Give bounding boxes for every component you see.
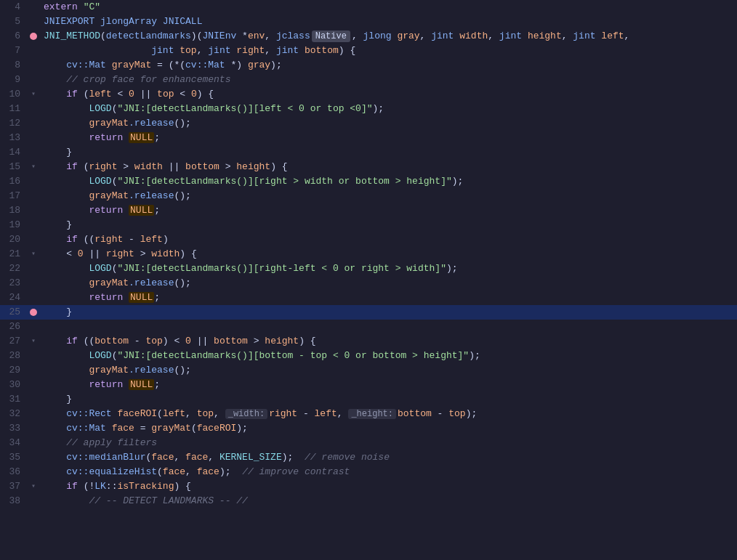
line-number: 21 <box>0 247 26 261</box>
line-code: cv::Rect faceROI(left, top, _width:right… <box>41 407 737 421</box>
code-line: 13 return NULL; <box>0 131 737 145</box>
code-line: 10▾ if (left < 0 || top < 0) { <box>0 87 737 102</box>
code-line: 31 } <box>0 392 737 407</box>
line-code: if (!LK::isTracking) { <box>41 479 737 494</box>
line-number: 15 <box>0 160 26 174</box>
line-code: cv::equalizeHist(face, face); // improve… <box>41 465 737 479</box>
code-line: 4extern "C" <box>0 0 737 15</box>
code-line: 20 if ((right - left) <box>0 232 737 247</box>
line-number: 29 <box>0 363 26 378</box>
line-code: JNI_METHOD(detectLandmarks)(JNIEnv *env,… <box>41 29 737 44</box>
line-gutter <box>26 309 41 316</box>
line-code: cv::Mat grayMat = (*(cv::Mat *) gray); <box>41 58 737 73</box>
line-number: 27 <box>0 334 26 349</box>
line-number: 19 <box>0 218 26 232</box>
line-number: 5 <box>0 15 26 29</box>
code-line: 25 } <box>0 305 737 320</box>
code-line: 22 LOGD("JNI:[detectLandmarks()][right-l… <box>0 261 737 276</box>
line-code: grayMat.release(); <box>41 116 737 131</box>
line-code: } <box>41 392 737 407</box>
line-code: cv::Mat face = grayMat(faceROI); <box>41 421 737 436</box>
line-code: return NULL; <box>41 378 737 392</box>
line-gutter <box>26 33 41 40</box>
code-line: 21▾ < 0 || right > width) { <box>0 247 737 261</box>
line-code: if ((right - left) <box>41 232 737 247</box>
code-line: 5JNIEXPORT jlongArray JNICALL <box>0 15 737 29</box>
code-line: 27▾ if ((bottom - top) < 0 || bottom > h… <box>0 334 737 349</box>
line-number: 36 <box>0 465 26 479</box>
line-code: } <box>41 145 737 160</box>
line-number: 18 <box>0 203 26 218</box>
editor-container: 4extern "C"5JNIEXPORT jlongArray JNICALL… <box>0 0 737 560</box>
code-line: 11 LOGD("JNI:[detectLandmarks()][left < … <box>0 102 737 116</box>
code-line: 29 grayMat.release(); <box>0 363 737 378</box>
code-line: 35 cv::medianBlur(face, face, KERNEL_SIZ… <box>0 450 737 465</box>
line-code: // -- DETECT LANDMARKS -- // <box>41 494 737 508</box>
line-code: grayMat.release(); <box>41 189 737 203</box>
line-code: grayMat.release(); <box>41 363 737 378</box>
line-code: } <box>41 305 737 320</box>
line-number: 4 <box>0 0 26 15</box>
line-number: 25 <box>0 305 26 320</box>
line-code: if (right > width || bottom > height) { <box>41 160 737 174</box>
line-number: 28 <box>0 349 26 363</box>
line-code: jint top, jint right, jint bottom) { <box>41 44 737 58</box>
line-number: 35 <box>0 450 26 465</box>
line-number: 23 <box>0 276 26 291</box>
code-line: 24 return NULL; <box>0 291 737 305</box>
code-line: 12 grayMat.release(); <box>0 116 737 131</box>
line-gutter: ▾ <box>26 479 41 494</box>
code-line: 18 return NULL; <box>0 203 737 218</box>
line-code: if (left < 0 || top < 0) { <box>41 87 737 102</box>
line-number: 32 <box>0 407 26 421</box>
line-gutter: ▾ <box>26 334 41 349</box>
line-gutter: ▾ <box>26 87 41 102</box>
code-line: 14 } <box>0 145 737 160</box>
line-code: LOGD("JNI:[detectLandmarks()][left < 0 o… <box>41 102 737 116</box>
line-code: cv::medianBlur(face, face, KERNEL_SIZE);… <box>41 450 737 465</box>
line-number: 12 <box>0 116 26 131</box>
code-line: 16 LOGD("JNI:[detectLandmarks()][right >… <box>0 174 737 189</box>
line-number: 10 <box>0 87 26 102</box>
code-line: 17 grayMat.release(); <box>0 189 737 203</box>
code-line: 34 // apply filters <box>0 436 737 450</box>
code-line: 23 grayMat.release(); <box>0 276 737 291</box>
line-gutter: ▾ <box>26 247 41 261</box>
line-code: grayMat.release(); <box>41 276 737 291</box>
line-code: extern "C" <box>41 0 737 15</box>
code-line: 33 cv::Mat face = grayMat(faceROI); <box>0 421 737 436</box>
line-number: 33 <box>0 421 26 436</box>
line-number: 8 <box>0 58 26 73</box>
code-line: 28 LOGD("JNI:[detectLandmarks()][bottom … <box>0 349 737 363</box>
line-number: 11 <box>0 102 26 116</box>
code-line: 9 // crop face for enhancements <box>0 73 737 87</box>
code-line: 30 return NULL; <box>0 378 737 392</box>
line-code: JNIEXPORT jlongArray JNICALL <box>41 15 737 29</box>
line-number: 24 <box>0 291 26 305</box>
line-gutter: ▾ <box>26 160 41 174</box>
line-number: 34 <box>0 436 26 450</box>
line-number: 6 <box>0 29 26 44</box>
line-number: 31 <box>0 392 26 407</box>
line-code: // apply filters <box>41 436 737 450</box>
line-number: 13 <box>0 131 26 145</box>
code-line: 36 cv::equalizeHist(face, face); // impr… <box>0 465 737 479</box>
code-line: 26 <box>0 320 737 334</box>
line-number: 16 <box>0 174 26 189</box>
code-line: 7 jint top, jint right, jint bottom) { <box>0 44 737 58</box>
line-code: } <box>41 218 737 232</box>
line-number: 22 <box>0 261 26 276</box>
line-number: 14 <box>0 145 26 160</box>
line-code: LOGD("JNI:[detectLandmarks()][bottom - t… <box>41 349 737 363</box>
line-code: LOGD("JNI:[detectLandmarks()][right-left… <box>41 261 737 276</box>
code-line: 32 cv::Rect faceROI(left, top, _width:ri… <box>0 407 737 421</box>
line-code: LOGD("JNI:[detectLandmarks()][right > wi… <box>41 174 737 189</box>
line-code: // crop face for enhancements <box>41 73 737 87</box>
line-number: 37 <box>0 479 26 494</box>
code-line: 38 // -- DETECT LANDMARKS -- // <box>0 494 737 508</box>
code-line: 8 cv::Mat grayMat = (*(cv::Mat *) gray); <box>0 58 737 73</box>
line-number: 17 <box>0 189 26 203</box>
line-number: 7 <box>0 44 26 58</box>
code-line: 15▾ if (right > width || bottom > height… <box>0 160 737 174</box>
line-code: return NULL; <box>41 203 737 218</box>
